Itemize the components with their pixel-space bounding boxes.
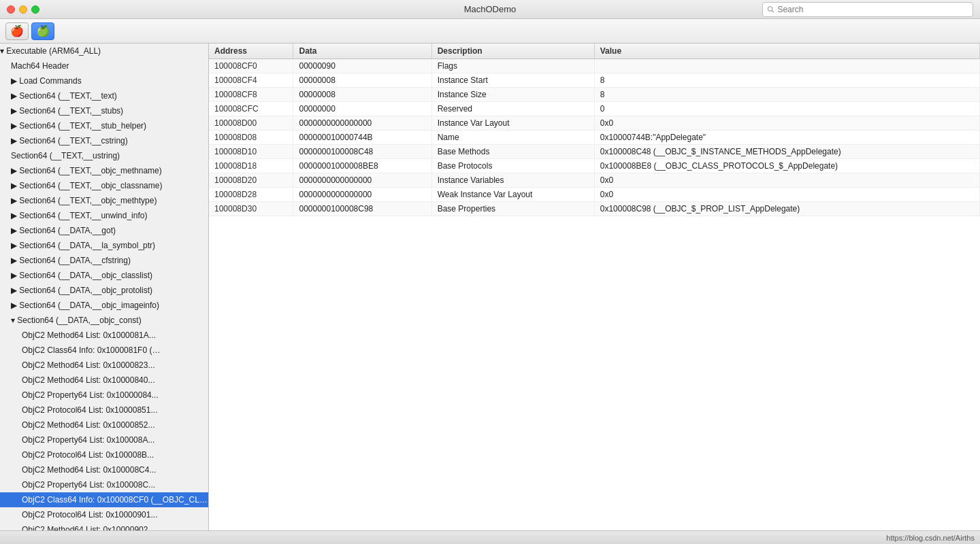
search-icon: [767, 5, 774, 14]
table-cell-data: 0000000000000000: [293, 116, 431, 131]
sidebar-item[interactable]: ObjC2 Method64 List: 0x10000852...: [0, 418, 208, 432]
table-cell-value: 0x0: [594, 116, 979, 131]
table-header-row: AddressDataDescriptionValue: [209, 44, 980, 59]
table-cell-description: Instance Var Layout: [431, 116, 594, 131]
table-header-data: Data: [293, 44, 431, 59]
table-cell-value: 0x100008C98 (__OBJC_$_PROP_LIST_AppDeleg…: [594, 202, 979, 216]
close-button[interactable]: [7, 5, 15, 14]
sidebar-item[interactable]: ▶ Section64 (__TEXT,__objc_classname): [0, 178, 208, 193]
table-cell-description: Instance Start: [431, 73, 594, 88]
statusbar-text: https://blog.csdn.net/Airths: [886, 534, 975, 542]
sidebar-item[interactable]: ObjC2 Method64 List: 0x10000823...: [0, 358, 208, 373]
table-cell-value: 0x0: [594, 173, 979, 188]
sidebar-item[interactable]: ObjC2 Method64 List: 0x10000902...: [0, 522, 208, 530]
sidebar[interactable]: ▾ Executable (ARM64_ALL)Mach64 Header▶ L…: [0, 44, 209, 530]
table-cell-data: 000000010000744B: [293, 131, 431, 145]
sidebar-item[interactable]: ▶ Section64 (__TEXT,__stubs): [0, 103, 208, 118]
table-cell-description: Instance Size: [431, 88, 594, 102]
table-cell-value: 0x100008C48 (__OBJC_$_INSTANCE_METHODS_A…: [594, 145, 979, 159]
table-cell-data: 00000008: [293, 88, 431, 102]
sidebar-item[interactable]: ▶ Section64 (__DATA,__cfstring): [0, 253, 208, 268]
toolbar-button-2[interactable]: 🍏: [31, 22, 54, 40]
table-cell-value: 8: [594, 88, 979, 102]
toolbar: 🍎 🍏: [0, 19, 980, 44]
sidebar-item[interactable]: ObjC2 Property64 List: 0x100008A...: [0, 432, 208, 447]
table-cell-description: Name: [431, 131, 594, 145]
table-row[interactable]: 100008CF800000008Instance Size8: [209, 88, 980, 102]
sidebar-item[interactable]: ▶ Section64 (__TEXT,__cstring): [0, 133, 208, 148]
table-cell-address: 100008CF4: [209, 73, 293, 88]
sidebar-item[interactable]: ▶ Section64 (__TEXT,__unwind_info): [0, 208, 208, 223]
table-cell-description: Base Methods: [431, 145, 594, 159]
table-cell-address: 100008D18: [209, 159, 293, 173]
sidebar-item[interactable]: ▶ Section64 (__DATA,__got): [0, 223, 208, 238]
svg-line-1: [772, 10, 774, 12]
table-cell-value: [594, 59, 979, 73]
data-table: AddressDataDescriptionValue 100008CF0000…: [209, 44, 980, 216]
table-row[interactable]: 100008D280000000000000000Weak Instance V…: [209, 188, 980, 202]
table-header-address: Address: [209, 44, 293, 59]
table-cell-value: 8: [594, 73, 979, 88]
sidebar-item[interactable]: ▶ Section64 (__DATA,__objc_protolist): [0, 283, 208, 298]
sidebar-item[interactable]: ObjC2 Property64 List: 0x100008C...: [0, 477, 208, 492]
minimize-button[interactable]: [19, 5, 27, 14]
sidebar-item[interactable]: Section64 (__TEXT,__ustring): [0, 148, 208, 163]
main-area: ▾ Executable (ARM64_ALL)Mach64 Header▶ L…: [0, 44, 980, 530]
table-row[interactable]: 100008CF400000008Instance Start8: [209, 73, 980, 88]
window-controls[interactable]: [7, 5, 39, 14]
table-row[interactable]: 100008D200000000000000000Instance Variab…: [209, 173, 980, 188]
sidebar-item[interactable]: Mach64 Header: [0, 58, 208, 73]
table-row[interactable]: 100008D100000000100008C48Base Methods0x1…: [209, 145, 980, 159]
sidebar-item[interactable]: ▶ Section64 (__TEXT,__objc_methname): [0, 163, 208, 178]
table-cell-description: Weak Instance Var Layout: [431, 188, 594, 202]
table-cell-description: Base Properties: [431, 202, 594, 216]
table-cell-description: Instance Variables: [431, 173, 594, 188]
search-input[interactable]: [777, 5, 968, 14]
table-cell-data: 00000090: [293, 59, 431, 73]
sidebar-item[interactable]: ObjC2 Method64 List: 0x10000840...: [0, 373, 208, 388]
toolbar-button-1[interactable]: 🍎: [5, 22, 29, 40]
table-cell-description: Reserved: [431, 102, 594, 116]
table-row[interactable]: 100008D08000000010000744BName0x10000744B…: [209, 131, 980, 145]
sidebar-item[interactable]: ▶ Section64 (__DATA,__objc_imageinfo): [0, 298, 208, 313]
sidebar-item[interactable]: ObjC2 Property64 List: 0x10000084...: [0, 388, 208, 403]
table-cell-description: Flags: [431, 59, 594, 73]
sidebar-item[interactable]: ▶ Section64 (__TEXT,__objc_methtype): [0, 193, 208, 208]
table-row[interactable]: 100008D300000000100008C98Base Properties…: [209, 202, 980, 216]
sidebar-item[interactable]: ObjC2 Protocol64 List: 0x10000901...: [0, 507, 208, 522]
sidebar-item[interactable]: ObjC2 Method64 List: 0x100008C4...: [0, 462, 208, 477]
table-cell-data: 00000008: [293, 73, 431, 88]
table-cell-value: 0x0: [594, 188, 979, 202]
sidebar-item[interactable]: ObjC2 Protocol64 List: 0x10000851...: [0, 403, 208, 418]
sidebar-item[interactable]: ObjC2 Class64 Info: 0x100008CF0 (__OBJC_…: [0, 492, 208, 507]
statusbar: https://blog.csdn.net/Airths: [0, 530, 980, 544]
titlebar: MachODemo: [0, 0, 980, 19]
table-cell-description: Base Protocols: [431, 159, 594, 173]
table-row[interactable]: 100008D000000000000000000Instance Var La…: [209, 116, 980, 131]
sidebar-item[interactable]: ▶ Section64 (__TEXT,__text): [0, 88, 208, 103]
sidebar-item[interactable]: ObjC2 Class64 Info: 0x1000081F0 (…: [0, 343, 208, 358]
svg-point-0: [768, 6, 772, 10]
table-row[interactable]: 100008CF000000090Flags: [209, 59, 980, 73]
maximize-button[interactable]: [31, 5, 39, 14]
table-cell-value: 0: [594, 102, 979, 116]
sidebar-item[interactable]: ▶ Load Commands: [0, 73, 208, 88]
sidebar-item[interactable]: ▶ Section64 (__TEXT,__stub_helper): [0, 118, 208, 133]
sidebar-item[interactable]: ObjC2 Method64 List: 0x1000081A...: [0, 328, 208, 343]
table-cell-address: 100008D30: [209, 202, 293, 216]
table-cell-value: 0x10000744B:"AppDelegate": [594, 131, 979, 145]
search-box[interactable]: [762, 2, 973, 17]
sidebar-item[interactable]: ObjC2 Protocol64 List: 0x100008B...: [0, 447, 208, 462]
sidebar-item[interactable]: ▾ Executable (ARM64_ALL): [0, 44, 208, 58]
table-cell-data: 0000000100008C48: [293, 145, 431, 159]
sidebar-item[interactable]: ▶ Section64 (__DATA,__objc_classlist): [0, 268, 208, 283]
table-row[interactable]: 100008D1800000001000008BE8Base Protocols…: [209, 159, 980, 173]
table-cell-address: 100008CF8: [209, 88, 293, 102]
sidebar-item[interactable]: ▾ Section64 (__DATA,__objc_const): [0, 313, 208, 328]
table-cell-address: 100008D08: [209, 131, 293, 145]
sidebar-item[interactable]: ▶ Section64 (__DATA,__la_symbol_ptr): [0, 238, 208, 253]
table-row[interactable]: 100008CFC00000000Reserved0: [209, 102, 980, 116]
table-header-description: Description: [431, 44, 594, 59]
table-cell-data: 0000000100008C98: [293, 202, 431, 216]
table-cell-data: 0000000000000000: [293, 188, 431, 202]
